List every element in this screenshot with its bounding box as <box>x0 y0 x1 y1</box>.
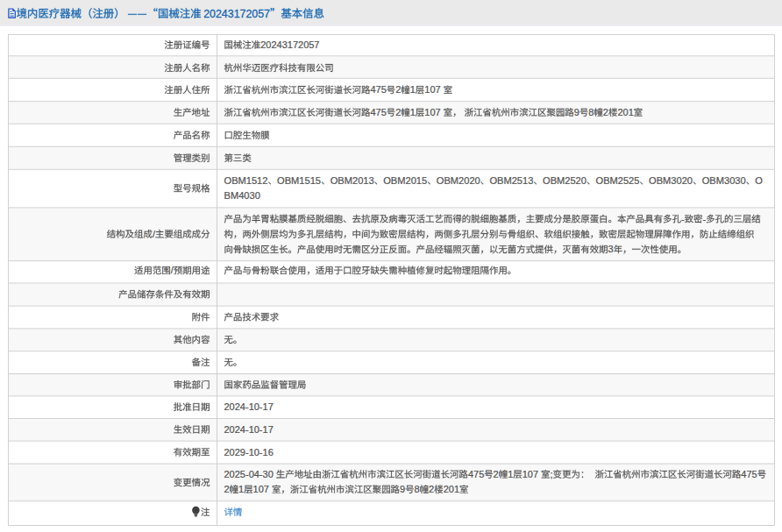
svg-text:2029-10-16: 2029-10-16 <box>224 447 274 458</box>
svg-text:OBM1515: OBM1515 <box>277 175 321 186</box>
svg-text:2024-10-17: 2024-10-17 <box>224 424 274 435</box>
svg-text:OBM2015: OBM2015 <box>383 175 427 186</box>
svg-text:OBM2020: OBM2020 <box>437 175 480 186</box>
svg-text:9: 9 <box>574 107 579 117</box>
svg-text:107: 107 <box>253 484 269 494</box>
svg-text:8: 8 <box>415 484 420 494</box>
svg-text:107: 107 <box>424 84 440 95</box>
svg-text:2: 2 <box>395 84 401 95</box>
svg-text:107: 107 <box>523 469 538 479</box>
svg-text:9: 9 <box>400 484 405 494</box>
svg-text:2: 2 <box>494 469 499 479</box>
svg-text:201: 201 <box>617 107 633 117</box>
svg-text:2: 2 <box>395 107 401 117</box>
svg-text:1: 1 <box>238 484 244 494</box>
svg-text:1: 1 <box>508 469 513 479</box>
svg-text:2: 2 <box>429 484 434 494</box>
svg-text:-: - <box>703 214 707 224</box>
svg-text:BM4030: BM4030 <box>224 190 260 201</box>
svg-text:3: 3 <box>608 244 614 254</box>
svg-text:OBM1512: OBM1512 <box>224 175 268 186</box>
svg-text:O: O <box>755 175 763 186</box>
svg-text:2025-04-30: 2025-04-30 <box>224 469 274 479</box>
svg-text:OBM2013: OBM2013 <box>331 175 374 186</box>
svg-text:OBM3020: OBM3020 <box>649 175 693 186</box>
svg-text:201: 201 <box>444 484 459 494</box>
svg-text:OBM2525: OBM2525 <box>596 175 640 186</box>
svg-text:20243172057: 20243172057 <box>203 8 270 20</box>
svg-text:2024-10-17: 2024-10-17 <box>224 401 274 412</box>
svg-text:OBM2513: OBM2513 <box>489 175 533 186</box>
svg-text:475: 475 <box>370 107 386 117</box>
svg-text:;: ; <box>551 469 553 479</box>
svg-text:475: 475 <box>370 84 386 95</box>
svg-text:475: 475 <box>468 469 484 479</box>
svg-text:OBM3030: OBM3030 <box>702 175 746 186</box>
svg-text:1: 1 <box>410 107 416 117</box>
svg-text:2: 2 <box>224 484 230 494</box>
svg-text:475: 475 <box>741 469 757 479</box>
svg-text:-: - <box>681 214 685 224</box>
svg-text:1: 1 <box>410 84 416 95</box>
svg-text:OBM2520: OBM2520 <box>543 175 586 186</box>
svg-text:20243172057: 20243172057 <box>260 39 319 50</box>
svg-text:8: 8 <box>588 107 594 117</box>
svg-text:2: 2 <box>603 107 608 117</box>
svg-text:107: 107 <box>424 107 440 117</box>
